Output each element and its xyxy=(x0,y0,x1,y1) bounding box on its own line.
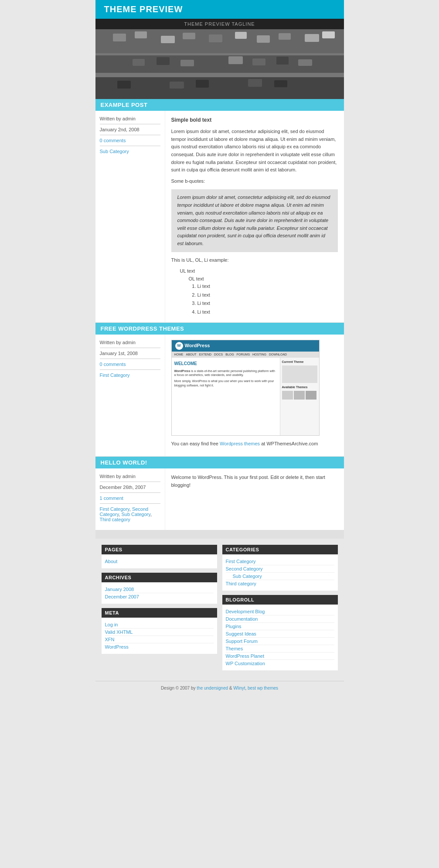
cat-third-link[interactable]: Third category xyxy=(226,580,334,587)
pages-widget-title: PAGES xyxy=(102,545,217,554)
svg-rect-20 xyxy=(228,56,243,64)
svg-rect-11 xyxy=(257,35,270,43)
list-item: Li text xyxy=(197,300,338,308)
post1-date: January 2nd, 2008 xyxy=(100,127,160,132)
svg-rect-14 xyxy=(322,31,335,38)
copyright-text: Design © 2007 by xyxy=(161,686,196,690)
svg-rect-32 xyxy=(300,82,313,89)
pages-about-link[interactable]: About xyxy=(105,558,214,565)
categories-widget-body: First Category Second Category Sub Categ… xyxy=(222,554,338,591)
svg-rect-23 xyxy=(298,59,312,66)
blogroll-wp-custom-link[interactable]: WP Customization xyxy=(226,660,334,667)
post3-cat4-link[interactable]: Third category xyxy=(100,517,130,522)
post2-content: W WordPress HOMEABOUTEXTENDDOCSBLOGFORUM… xyxy=(165,335,344,457)
meta-xhtml-link[interactable]: Valid XHTML xyxy=(105,629,214,636)
post2-wrap: Written by admin January 1st, 2008 0 com… xyxy=(95,335,344,457)
categories-widget: CATEGORIES First Category Second Categor… xyxy=(222,545,338,591)
svg-rect-9 xyxy=(209,34,222,42)
svg-rect-18 xyxy=(180,60,194,66)
post2-header-bar: FREE WORDPRESS THEMES xyxy=(95,323,344,335)
svg-rect-27 xyxy=(170,82,184,89)
post3-cat3-link[interactable]: Sub Category xyxy=(121,512,150,517)
svg-rect-16 xyxy=(133,59,145,66)
list-item: Li text xyxy=(197,308,338,316)
svg-rect-5 xyxy=(113,34,126,41)
categories-widget-title: CATEGORIES xyxy=(222,545,338,554)
meta-login-link[interactable]: Log in xyxy=(105,621,214,629)
credit1-link[interactable]: the undersigned xyxy=(197,686,228,690)
post3-wrap: Written by admin December 26th, 2007 1 c… xyxy=(95,468,344,530)
blogroll-wp-planet-link[interactable]: WordPress Planet xyxy=(226,653,334,660)
post1-comments-link[interactable]: 0 comments xyxy=(100,138,126,143)
post2-author: Written by admin xyxy=(100,340,160,345)
blogroll-docs-link[interactable]: Documentation xyxy=(226,615,334,623)
svg-rect-29 xyxy=(222,81,234,89)
post1-body-title: Simple bold text xyxy=(171,116,338,124)
archives-widget-body: January 2008 December 2007 xyxy=(102,582,217,604)
site-header: THEME PREVIEW xyxy=(95,0,344,19)
post1-sidebar: Written by admin January 2nd, 2008 0 com… xyxy=(95,111,165,322)
post2-title: FREE WORDPRESS THEMES xyxy=(101,325,339,332)
post2-find-text: You can easy find free Wordpress themes … xyxy=(171,440,338,448)
archives-widget: ARCHIVES January 2008 December 2007 xyxy=(102,573,217,604)
post1-ol-section: OL text Li text Li text Li text Li text xyxy=(189,275,338,316)
blogroll-plugins-link[interactable]: Plugins xyxy=(226,623,334,630)
hero-image xyxy=(95,29,344,99)
post3-welcome-text: Welcome to WordPress. This is your first… xyxy=(171,474,338,489)
widget-gap xyxy=(95,530,344,539)
blogroll-widget: BLOGROLL Development Blog Documentation … xyxy=(222,595,338,670)
post3-cat1-link[interactable]: First Category xyxy=(100,506,129,512)
meta-wp-link[interactable]: WordPress xyxy=(105,643,214,650)
archives-widget-title: ARCHIVES xyxy=(102,573,217,582)
pages-widget: PAGES About xyxy=(102,545,217,568)
svg-rect-15 xyxy=(109,58,123,65)
post1-ol-list: Li text Li text Li text Li text xyxy=(197,283,338,316)
archive-dec-link[interactable]: December 2007 xyxy=(105,593,214,600)
blogroll-dev-link[interactable]: Development Blog xyxy=(226,608,334,615)
post3-comments-link[interactable]: 1 comment xyxy=(100,496,123,501)
blogroll-support-link[interactable]: Support Forum xyxy=(226,638,334,645)
cat-sub-link[interactable]: Sub Category xyxy=(226,573,334,580)
post1-category-link[interactable]: Sub Category xyxy=(100,149,129,154)
post2-themes-link[interactable]: Wordpress themes xyxy=(220,441,261,446)
footer-right-col: CATEGORIES First Category Second Categor… xyxy=(222,545,338,675)
post3-content: Welcome to WordPress. This is your first… xyxy=(165,468,344,530)
post3-sidebar: Written by admin December 26th, 2007 1 c… xyxy=(95,468,165,530)
svg-rect-31 xyxy=(274,80,287,87)
post3-author: Written by admin xyxy=(100,474,160,479)
meta-widget-body: Log in Valid XHTML XFN WordPress xyxy=(102,618,217,654)
cat-first-link[interactable]: First Category xyxy=(226,558,334,565)
credit2-link[interactable]: Wlinyt xyxy=(233,686,245,690)
blogroll-widget-title: BLOGROLL xyxy=(222,595,338,605)
post2-date: January 1st, 2008 xyxy=(100,351,160,356)
svg-rect-26 xyxy=(143,79,156,87)
list-item: Li text xyxy=(197,283,338,290)
post3-categories: First Category, Second Category, Sub Cat… xyxy=(100,506,160,522)
svg-rect-24 xyxy=(322,58,335,65)
svg-rect-10 xyxy=(235,32,247,39)
pages-widget-body: About xyxy=(102,554,217,568)
blogroll-themes-link[interactable]: Themes xyxy=(226,645,334,653)
post1-ul-ol-label: This is UL, OL, Li example: xyxy=(171,256,338,264)
svg-rect-12 xyxy=(279,33,291,40)
post3-date: December 26th, 2007 xyxy=(100,485,160,490)
site-tagline: THEME PREVIEW TAGLINE xyxy=(95,19,344,29)
archive-jan-link[interactable]: January 2008 xyxy=(105,586,214,593)
svg-rect-21 xyxy=(252,58,265,65)
post1-author: Written by admin xyxy=(100,116,160,121)
post1-title: EXAMPLE POST xyxy=(101,102,339,108)
cat-second-link[interactable]: Second Category xyxy=(226,565,334,573)
post2-sidebar: Written by admin January 1st, 2008 0 com… xyxy=(95,335,165,457)
credit3-link[interactable]: best wp themes xyxy=(248,686,278,690)
list-item: Li text xyxy=(197,291,338,299)
svg-rect-7 xyxy=(161,36,175,43)
post2-category-link[interactable]: First Category xyxy=(100,372,130,378)
svg-rect-30 xyxy=(248,79,262,87)
svg-rect-28 xyxy=(196,80,209,88)
post1-ul-text: UL text xyxy=(180,267,338,275)
blogroll-suggest-link[interactable]: Suggest Ideas xyxy=(226,630,334,638)
meta-xfn-link[interactable]: XFN xyxy=(105,636,214,643)
post3-title: HELLO WORLD! xyxy=(101,459,339,466)
post1-bquotes-label: Some b-quotes: xyxy=(171,178,338,185)
post2-comments-link[interactable]: 0 comments xyxy=(100,362,126,367)
